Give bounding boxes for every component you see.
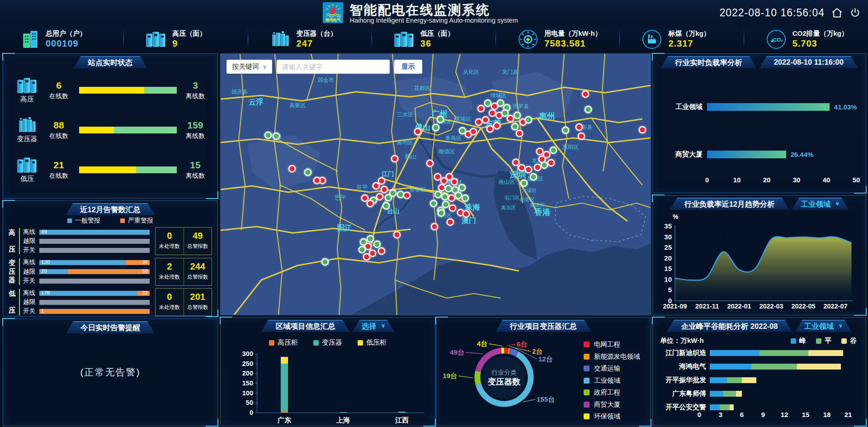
site-marker-online[interactable] — [436, 115, 445, 124]
site-marker-offline[interactable] — [390, 154, 400, 164]
donut-slice-政府工程[interactable] — [477, 371, 478, 384]
region-legend: 高压柜变压器低压柜 — [227, 338, 429, 347]
city-label: 龙门县 — [502, 69, 518, 75]
energy-industry-select[interactable]: 工业领域∨ — [795, 320, 852, 332]
site-marker-offline[interactable] — [486, 124, 495, 134]
site-marker-offline[interactable] — [446, 218, 455, 227]
site-marker-offline[interactable] — [547, 158, 556, 168]
search-input[interactable] — [277, 60, 390, 74]
site-marker-offline[interactable] — [312, 176, 322, 185]
offline-count: 3离线数 — [181, 80, 209, 100]
site-marker-online[interactable] — [519, 179, 529, 188]
normal-bar-segment — [39, 230, 150, 235]
alarm-group-0: 高压离线49越限开关0未处理数49总警报数 — [9, 227, 212, 255]
donut-center-bottom: 变压器数 — [487, 377, 521, 386]
trend-select-label: 工业领域 — [801, 199, 831, 209]
legend-label: 交通运输 — [594, 364, 620, 373]
normal-bar-segment — [39, 291, 137, 296]
load-bar — [707, 103, 830, 111]
energy-legend: 峰平谷 — [791, 337, 857, 345]
city-label: 恩平 — [335, 194, 346, 201]
home-icon[interactable] — [831, 7, 843, 19]
city-label: 阳江 — [337, 224, 352, 232]
site-marker-online[interactable] — [524, 115, 533, 125]
site-marker-online[interactable] — [366, 234, 375, 244]
site-marker-online[interactable] — [584, 105, 593, 114]
bar-segment-峰 — [710, 364, 751, 370]
site-marker-online[interactable] — [382, 201, 391, 211]
city-label: 南山区 — [499, 179, 515, 185]
stat-item-1: 高压（面）9 — [124, 26, 248, 52]
load-bar — [707, 151, 786, 158]
unhandled-cell: 0未处理数 — [156, 289, 184, 316]
dashboard: 海鸿电气 智能配电在线监测系统 Haihong Intelligent Ener… — [0, 0, 868, 427]
site-marker-offline[interactable] — [581, 90, 590, 99]
site-marker-offline[interactable] — [377, 247, 387, 256]
legend-item: 高压柜 — [269, 338, 298, 347]
x-axis-label: 0 — [705, 176, 709, 184]
x-axis-label: 40 — [823, 176, 830, 184]
site-marker-offline[interactable] — [538, 155, 547, 164]
city-label: 惠州 — [538, 112, 555, 121]
site-marker-offline[interactable] — [413, 127, 423, 137]
legend-label: 环保领域 — [594, 412, 620, 421]
region-select[interactable]: 选择∨ — [353, 320, 395, 332]
site-marker-online[interactable] — [461, 194, 470, 203]
site-marker-online[interactable] — [429, 199, 439, 209]
donut-slice-交通运输[interactable] — [509, 351, 517, 354]
stacked-bar-广东 — [281, 357, 288, 413]
site-marker-offline[interactable] — [430, 222, 439, 232]
offline-count: 159离线数 — [181, 120, 209, 140]
city-label: 三水区 — [397, 111, 413, 118]
power-icon[interactable] — [849, 7, 861, 19]
donut-slice-新能源发电领域[interactable] — [508, 351, 509, 351]
site-marker-offline[interactable] — [469, 127, 478, 137]
site-marker-offline[interactable] — [362, 252, 372, 262]
category-label: 广东 — [278, 416, 291, 425]
legend-swatch — [584, 378, 590, 384]
donut-center-top: 行业分类 — [491, 369, 517, 376]
site-marker-online[interactable] — [303, 168, 313, 177]
site-row-name: 高压 — [11, 95, 43, 104]
site-marker-offline[interactable] — [462, 209, 471, 219]
site-marker-offline[interactable] — [402, 191, 412, 200]
alarm-row: 开关 — [23, 246, 155, 255]
donut-slice-电网工程[interactable] — [504, 351, 508, 351]
site-marker-offline[interactable] — [577, 132, 586, 141]
search-type-dropdown[interactable]: 按关键词∨ — [226, 60, 272, 74]
donut-callout-label: 2台 — [532, 347, 542, 355]
site-marker-online[interactable] — [529, 172, 538, 182]
site-marker-offline[interactable] — [515, 129, 524, 138]
alarm-row-label: 越限 — [23, 298, 39, 306]
alarm-row-label: 开关 — [23, 307, 39, 315]
alarm-row: 开关 — [23, 276, 155, 285]
site-marker-online[interactable] — [321, 257, 330, 267]
site-marker-offline[interactable] — [360, 194, 370, 203]
alarm-row: 越限 — [23, 237, 155, 246]
site-marker-offline[interactable] — [448, 204, 458, 213]
legend-swatch — [584, 365, 590, 371]
gis-map[interactable]: 德庆县云浮新兴县高要区四会市三水区花都区从化区龙门县增城区博罗县惠州惠东县惠阳区… — [221, 54, 651, 315]
site-marker-offline[interactable] — [377, 176, 387, 186]
site-marker-offline[interactable] — [288, 164, 297, 174]
site-marker-offline[interactable] — [575, 123, 584, 132]
site-marker-offline[interactable] — [474, 118, 484, 127]
site-marker-offline[interactable] — [392, 230, 402, 240]
legend-swatch — [584, 402, 590, 408]
empty-bar — [39, 300, 150, 305]
site-marker-offline[interactable] — [425, 159, 435, 168]
alarm-bar: 17822 — [39, 291, 150, 296]
total-value: 49 — [184, 231, 212, 241]
site-marker-online[interactable] — [264, 131, 273, 140]
site-marker-online[interactable] — [431, 123, 441, 133]
site-marker-offline[interactable] — [638, 125, 647, 135]
trend-industry-select[interactable]: 工业领域∨ — [792, 198, 849, 210]
alarm-group-name: 低压 — [9, 288, 17, 316]
site-marker-online[interactable] — [272, 132, 281, 141]
site-marker-online[interactable] — [561, 126, 571, 135]
site-marker-online[interactable] — [437, 209, 446, 218]
site-marker-online[interactable] — [549, 146, 558, 155]
search-type-label: 按关键词 — [232, 62, 259, 71]
realtime-load-panel: 行业实时负载率分析 2022-08-10 11:16:00 工业领域41.03%… — [652, 53, 866, 193]
show-button[interactable]: 显示 — [394, 60, 422, 74]
